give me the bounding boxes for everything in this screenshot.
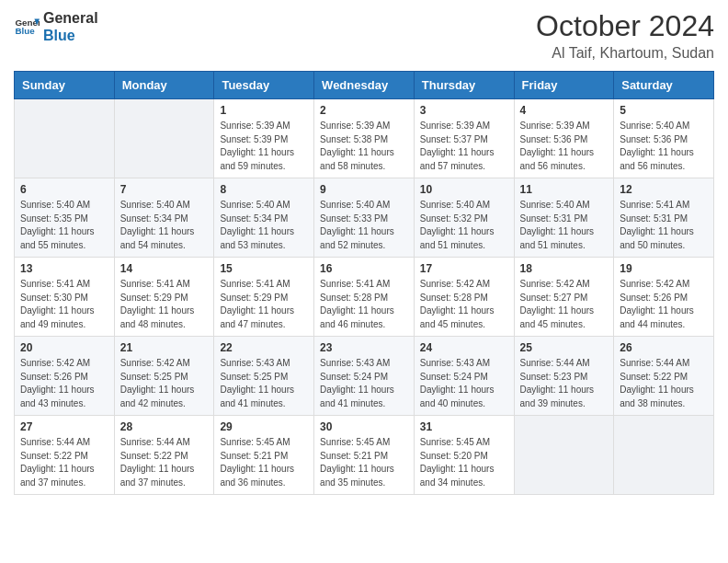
logo: General Blue General Blue — [14, 9, 98, 44]
calendar-body: 1Sunrise: 5:39 AM Sunset: 5:39 PM Daylig… — [15, 99, 714, 495]
day-number: 4 — [520, 104, 609, 117]
calendar-cell: 11Sunrise: 5:40 AM Sunset: 5:31 PM Dayli… — [514, 178, 614, 258]
day-number: 6 — [20, 183, 108, 196]
day-info: Sunrise: 5:39 AM Sunset: 5:37 PM Dayligh… — [420, 120, 508, 173]
calendar-cell: 28Sunrise: 5:44 AM Sunset: 5:22 PM Dayli… — [114, 416, 214, 495]
col-sunday: Sunday — [15, 72, 115, 99]
page-header: General Blue General Blue October 2024 A… — [14, 9, 714, 62]
day-info: Sunrise: 5:42 AM Sunset: 5:26 PM Dayligh… — [20, 357, 108, 410]
day-number: 13 — [20, 262, 108, 275]
day-info: Sunrise: 5:39 AM Sunset: 5:36 PM Dayligh… — [520, 120, 609, 173]
day-info: Sunrise: 5:40 AM Sunset: 5:31 PM Dayligh… — [520, 199, 609, 252]
day-info: Sunrise: 5:45 AM Sunset: 5:20 PM Dayligh… — [420, 436, 508, 489]
day-info: Sunrise: 5:40 AM Sunset: 5:34 PM Dayligh… — [220, 199, 308, 252]
col-friday: Friday — [514, 72, 614, 99]
day-number: 9 — [320, 183, 408, 196]
calendar-cell — [114, 99, 214, 178]
day-number: 14 — [120, 262, 209, 275]
day-number: 2 — [320, 104, 408, 117]
day-number: 11 — [520, 183, 609, 196]
col-saturday: Saturday — [614, 72, 714, 99]
calendar-cell: 27Sunrise: 5:44 AM Sunset: 5:22 PM Dayli… — [15, 416, 115, 495]
day-info: Sunrise: 5:42 AM Sunset: 5:28 PM Dayligh… — [420, 278, 508, 331]
day-info: Sunrise: 5:39 AM Sunset: 5:39 PM Dayligh… — [220, 120, 308, 173]
calendar-cell: 21Sunrise: 5:42 AM Sunset: 5:25 PM Dayli… — [114, 337, 214, 416]
day-info: Sunrise: 5:45 AM Sunset: 5:21 PM Dayligh… — [220, 436, 308, 489]
day-number: 29 — [220, 420, 308, 433]
calendar-week-4: 20Sunrise: 5:42 AM Sunset: 5:26 PM Dayli… — [15, 337, 714, 416]
calendar-cell: 13Sunrise: 5:41 AM Sunset: 5:30 PM Dayli… — [15, 258, 115, 337]
day-info: Sunrise: 5:44 AM Sunset: 5:22 PM Dayligh… — [120, 436, 209, 489]
day-info: Sunrise: 5:43 AM Sunset: 5:24 PM Dayligh… — [320, 357, 408, 410]
calendar-cell — [514, 416, 614, 495]
col-monday: Monday — [114, 72, 214, 99]
day-number: 25 — [520, 341, 609, 354]
day-number: 24 — [420, 341, 508, 354]
day-info: Sunrise: 5:41 AM Sunset: 5:31 PM Dayligh… — [620, 199, 708, 252]
calendar-cell: 20Sunrise: 5:42 AM Sunset: 5:26 PM Dayli… — [15, 337, 115, 416]
header-row: Sunday Monday Tuesday Wednesday Thursday… — [15, 72, 714, 99]
day-number: 28 — [120, 420, 209, 433]
day-number: 19 — [620, 262, 708, 275]
day-number: 5 — [620, 104, 708, 117]
day-number: 18 — [520, 262, 609, 275]
calendar-cell: 12Sunrise: 5:41 AM Sunset: 5:31 PM Dayli… — [614, 178, 714, 258]
day-info: Sunrise: 5:42 AM Sunset: 5:27 PM Dayligh… — [520, 278, 609, 331]
day-number: 15 — [220, 262, 308, 275]
calendar-cell: 2Sunrise: 5:39 AM Sunset: 5:38 PM Daylig… — [314, 99, 415, 178]
day-info: Sunrise: 5:41 AM Sunset: 5:30 PM Dayligh… — [20, 278, 108, 331]
day-info: Sunrise: 5:40 AM Sunset: 5:35 PM Dayligh… — [20, 199, 108, 252]
calendar-cell: 30Sunrise: 5:45 AM Sunset: 5:21 PM Dayli… — [314, 416, 415, 495]
day-info: Sunrise: 5:40 AM Sunset: 5:34 PM Dayligh… — [120, 199, 209, 252]
day-info: Sunrise: 5:41 AM Sunset: 5:29 PM Dayligh… — [220, 278, 308, 331]
calendar-cell: 1Sunrise: 5:39 AM Sunset: 5:39 PM Daylig… — [214, 99, 314, 178]
calendar-cell: 25Sunrise: 5:44 AM Sunset: 5:23 PM Dayli… — [514, 337, 614, 416]
month-title: October 2024 — [536, 9, 714, 43]
day-info: Sunrise: 5:43 AM Sunset: 5:25 PM Dayligh… — [220, 357, 308, 410]
day-number: 8 — [220, 183, 308, 196]
day-info: Sunrise: 5:40 AM Sunset: 5:36 PM Dayligh… — [620, 120, 708, 173]
location-title: Al Taif, Khartoum, Sudan — [536, 45, 714, 62]
logo-blue: Blue — [43, 27, 98, 44]
calendar-week-2: 6Sunrise: 5:40 AM Sunset: 5:35 PM Daylig… — [15, 178, 714, 258]
col-thursday: Thursday — [414, 72, 514, 99]
calendar-cell: 31Sunrise: 5:45 AM Sunset: 5:20 PM Dayli… — [414, 416, 514, 495]
day-number: 22 — [220, 341, 308, 354]
day-info: Sunrise: 5:39 AM Sunset: 5:38 PM Dayligh… — [320, 120, 408, 173]
calendar-week-3: 13Sunrise: 5:41 AM Sunset: 5:30 PM Dayli… — [15, 258, 714, 337]
day-number: 27 — [20, 420, 108, 433]
calendar-cell — [15, 99, 115, 178]
day-info: Sunrise: 5:40 AM Sunset: 5:32 PM Dayligh… — [420, 199, 508, 252]
calendar-cell: 16Sunrise: 5:41 AM Sunset: 5:28 PM Dayli… — [314, 258, 415, 337]
calendar-cell: 22Sunrise: 5:43 AM Sunset: 5:25 PM Dayli… — [214, 337, 314, 416]
day-number: 16 — [320, 262, 408, 275]
day-number: 10 — [420, 183, 508, 196]
day-number: 17 — [420, 262, 508, 275]
calendar-cell: 24Sunrise: 5:43 AM Sunset: 5:24 PM Dayli… — [414, 337, 514, 416]
day-number: 26 — [620, 341, 708, 354]
day-info: Sunrise: 5:42 AM Sunset: 5:25 PM Dayligh… — [120, 357, 209, 410]
day-number: 23 — [320, 341, 408, 354]
day-info: Sunrise: 5:40 AM Sunset: 5:33 PM Dayligh… — [320, 199, 408, 252]
calendar-cell: 23Sunrise: 5:43 AM Sunset: 5:24 PM Dayli… — [314, 337, 415, 416]
calendar-week-5: 27Sunrise: 5:44 AM Sunset: 5:22 PM Dayli… — [15, 416, 714, 495]
day-info: Sunrise: 5:44 AM Sunset: 5:22 PM Dayligh… — [620, 357, 708, 410]
day-number: 12 — [620, 183, 708, 196]
day-number: 1 — [220, 104, 308, 117]
col-wednesday: Wednesday — [314, 72, 415, 99]
day-info: Sunrise: 5:43 AM Sunset: 5:24 PM Dayligh… — [420, 357, 508, 410]
logo-icon: General Blue — [14, 14, 40, 40]
day-number: 3 — [420, 104, 508, 117]
day-info: Sunrise: 5:45 AM Sunset: 5:21 PM Dayligh… — [320, 436, 408, 489]
calendar-cell: 15Sunrise: 5:41 AM Sunset: 5:29 PM Dayli… — [214, 258, 314, 337]
calendar-cell: 3Sunrise: 5:39 AM Sunset: 5:37 PM Daylig… — [414, 99, 514, 178]
calendar-cell: 9Sunrise: 5:40 AM Sunset: 5:33 PM Daylig… — [314, 178, 415, 258]
calendar-header: Sunday Monday Tuesday Wednesday Thursday… — [15, 72, 714, 99]
calendar-cell: 19Sunrise: 5:42 AM Sunset: 5:26 PM Dayli… — [614, 258, 714, 337]
calendar-cell — [614, 416, 714, 495]
day-number: 20 — [20, 341, 108, 354]
calendar-cell: 5Sunrise: 5:40 AM Sunset: 5:36 PM Daylig… — [614, 99, 714, 178]
calendar-cell: 18Sunrise: 5:42 AM Sunset: 5:27 PM Dayli… — [514, 258, 614, 337]
day-info: Sunrise: 5:41 AM Sunset: 5:28 PM Dayligh… — [320, 278, 408, 331]
day-info: Sunrise: 5:41 AM Sunset: 5:29 PM Dayligh… — [120, 278, 209, 331]
